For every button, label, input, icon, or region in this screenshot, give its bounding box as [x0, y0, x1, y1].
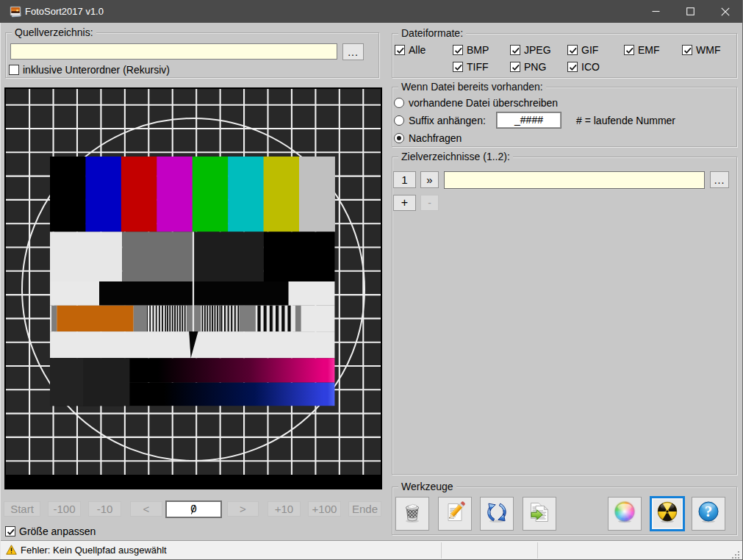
color-wheel-tool-button[interactable] [608, 497, 642, 531]
trash-icon [401, 500, 424, 527]
app-icon [10, 5, 22, 18]
suffix-radio-label: Suffix anhängen: [409, 115, 486, 126]
conflict-group-label: Wenn Datei bereits vorhanden: [398, 81, 546, 93]
format-label-jpeg: JPEG [524, 44, 551, 56]
format-label-ico: ICO [581, 61, 600, 73]
edit-tool-button[interactable] [438, 497, 472, 531]
window-title: FotoSort2017 v1.0 [25, 0, 104, 23]
source-browse-button[interactable]: ... [342, 43, 364, 60]
edit-icon [443, 500, 467, 527]
overwrite-radio-label: vorhandene Datei überschreiben [409, 97, 558, 109]
format-checkbox-wmf[interactable] [682, 45, 692, 55]
suffix-radio[interactable] [394, 115, 404, 126]
tools-group-label: Werkzeuge [398, 481, 456, 493]
nav-button-+100[interactable]: +100 [308, 501, 341, 517]
format-checkbox-gif[interactable] [567, 45, 578, 55]
format-checkbox-jpeg[interactable] [510, 45, 520, 55]
radiation-icon [656, 500, 679, 527]
status-bar: Fehler: Kein Quellpfad ausgewählt [0, 540, 742, 560]
target-add-button[interactable]: + [393, 195, 416, 211]
targets-group-label: Zielverzeichnisse (1..2): [398, 151, 513, 163]
format-label-bmp: BMP [467, 44, 489, 56]
nav-button-<[interactable]: < [130, 501, 162, 517]
format-checkbox-alle[interactable] [395, 45, 405, 55]
radiation-tool-button[interactable] [650, 496, 685, 531]
nav-button--100[interactable]: -100 [48, 501, 81, 517]
format-label-alle: Alle [409, 44, 426, 56]
title-bar: FotoSort2017 v1.0 [0, 0, 742, 23]
fit-size-checkbox-label: Größe anpassen [19, 525, 96, 537]
nav-button-+10[interactable]: +10 [268, 501, 301, 517]
formats-group-label: Dateiformate: [398, 27, 466, 40]
nav-button->[interactable]: > [227, 501, 259, 517]
format-label-wmf: WMF [696, 44, 720, 56]
status-separator [441, 542, 442, 559]
app-window: FotoSort2017 v1.0 Quellverzeichnis: ... … [0, 0, 743, 560]
warning-icon [6, 545, 17, 555]
source-path-input[interactable] [10, 43, 337, 60]
format-checkbox-emf[interactable] [624, 45, 634, 55]
format-checkbox-bmp[interactable] [453, 45, 463, 55]
help-tool-button[interactable]: ? [692, 497, 725, 531]
nav-button--10[interactable]: -10 [88, 501, 121, 517]
suffix-input[interactable]: _#### [496, 112, 561, 129]
target-assign-button[interactable]: » [420, 171, 439, 188]
ask-radio[interactable] [394, 133, 404, 143]
close-button[interactable] [708, 0, 743, 23]
window-edge [0, 23, 1, 559]
format-label-gif: GIF [581, 44, 598, 56]
recursive-checkbox-label: inklusive Unterordner (Rekursiv) [23, 64, 170, 76]
maximize-button[interactable] [673, 0, 708, 23]
target-path-input[interactable] [444, 171, 705, 189]
image-counter-input[interactable]: 0 [165, 500, 222, 518]
format-checkbox-tiff[interactable] [453, 62, 463, 72]
format-checkbox-ico[interactable] [567, 62, 578, 72]
copy-tool-button[interactable] [523, 497, 556, 531]
nav-button-Ende[interactable]: Ende [348, 501, 381, 517]
overwrite-radio[interactable] [394, 98, 404, 108]
recursive-checkbox[interactable] [9, 65, 19, 75]
copy-icon [528, 500, 551, 527]
minimize-button[interactable] [639, 0, 673, 23]
format-checkbox-png[interactable] [510, 62, 520, 72]
source-group-label: Quellverzeichnis: [12, 26, 96, 39]
format-label-emf: EMF [638, 44, 660, 56]
target-browse-button[interactable]: ... [710, 171, 729, 188]
delete-tool-button[interactable] [395, 497, 429, 531]
nav-button-Start[interactable]: Start [4, 501, 40, 517]
target-remove-button[interactable]: - [420, 195, 439, 211]
test-card-image [4, 87, 382, 489]
target-index-button[interactable]: 1 [393, 171, 416, 188]
fit-size-checkbox[interactable] [5, 526, 15, 536]
status-separator [537, 542, 538, 559]
refresh-tool-button[interactable] [480, 497, 514, 531]
resize-grip[interactable] [731, 549, 740, 558]
image-preview [4, 87, 382, 489]
suffix-hint-label: # = laufende Nummer [576, 115, 675, 126]
ask-radio-label: Nachfragen [409, 132, 462, 144]
format-label-png: PNG [524, 61, 546, 73]
color-wheel-icon [613, 500, 636, 527]
target-directories-group: Zielverzeichnisse (1..2): [392, 157, 737, 475]
status-message: Fehler: Kein Quellpfad ausgewählt [21, 541, 167, 560]
refresh-icon [485, 500, 509, 527]
help-icon: ? [697, 500, 720, 527]
format-label-tiff: TIFF [467, 61, 489, 73]
